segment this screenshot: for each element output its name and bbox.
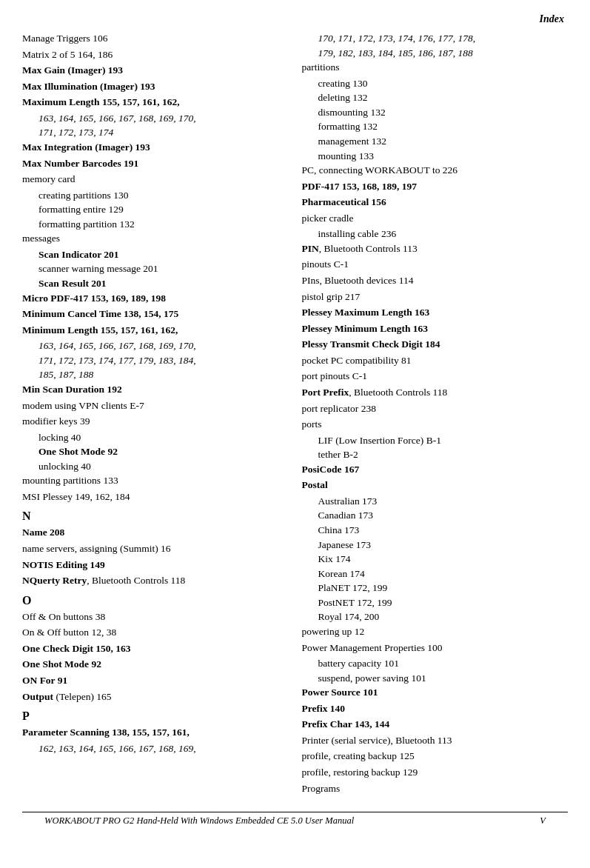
page-footer: WORKABOUT PRO G2 Hand-Held With Windows … [22, 812, 568, 827]
index-sub-entry: 162, 163, 164, 165, 166, 167, 168, 169, [22, 741, 289, 756]
index-entry: modifier keys 39 [22, 414, 289, 429]
index-sub-entry: LIF (Low Insertion Force) B-1 [302, 433, 569, 448]
index-sub-entry: Australian 173 [302, 494, 569, 509]
index-sub-entry: scanner warning message 201 [22, 261, 289, 276]
index-entry: name servers, assigning (Summit) 16 [22, 541, 289, 556]
footer-right-text: V [540, 815, 546, 827]
index-entry: PDF-417 153, 168, 189, 197 [302, 179, 569, 194]
index-entry: port replicator 238 [302, 401, 569, 416]
index-sub-entry: One Shot Mode 92 [22, 444, 289, 459]
section-letter: O [22, 594, 289, 607]
index-sub-entry: Korean 174 [302, 567, 569, 581]
footer-center-text: WORKABOUT PRO G2 Hand-Held With Windows … [44, 815, 354, 827]
index-sub-entry: China 173 [302, 523, 569, 538]
index-entry: One Shot Mode 92 [22, 657, 289, 672]
index-entry: Max Illumination (Imager) 193 [22, 79, 289, 94]
index-entry: Programs [302, 781, 569, 796]
index-entry: modem using VPN clients E-7 [22, 398, 289, 413]
index-sub-entry: PlaNET 172, 199 [302, 581, 569, 595]
left-column: Manage Triggers 106Matrix 2 of 5 164, 18… [22, 31, 289, 797]
index-entry: Manage Triggers 106 [22, 31, 289, 46]
index-entry: Matrix 2 of 5 164, 186 [22, 47, 289, 62]
index-entry: powering up 12 [302, 624, 569, 639]
index-entry: PIN, Bluetooth Controls 113 [302, 241, 569, 256]
index-sub-entry: formatting partition 132 [22, 217, 289, 232]
index-sub-entry: PostNET 172, 199 [302, 595, 569, 610]
index-sub-entry: management 132 [302, 134, 569, 149]
index-entry: Max Gain (Imager) 193 [22, 63, 289, 78]
index-entry: Prefix Char 143, 144 [302, 717, 569, 732]
page-header: Index [22, 13, 568, 25]
index-entry: NOTIS Editing 149 [22, 558, 289, 572]
index-sub-entry: locking 40 [22, 430, 289, 445]
index-sub-entry: creating partitions 130 [22, 188, 289, 203]
index-columns: Manage Triggers 106Matrix 2 of 5 164, 18… [22, 31, 568, 797]
index-entry: Maximum Length 155, 157, 161, 162, [22, 95, 289, 110]
index-sub-entry: unlocking 40 [22, 459, 289, 474]
index-sub-entry: Scan Indicator 201 [22, 247, 289, 262]
index-entry: memory card [22, 172, 289, 187]
index-entry: Parameter Scanning 138, 155, 157, 161, [22, 725, 289, 740]
index-sub-entry: Royal 174, 200 [302, 610, 569, 624]
index-sub-entry: mounting 133 [302, 149, 569, 164]
index-entry: Postal [302, 478, 569, 493]
index-entry: Max Integration (Imager) 193 [22, 140, 289, 155]
index-entry: mounting partitions 133 [22, 473, 289, 488]
index-sub-entry: Scan Result 201 [22, 276, 289, 291]
index-entry: messages [22, 231, 289, 246]
index-entry: Pharmaceutical 156 [302, 195, 569, 210]
index-sub-entry: 171, 172, 173, 174, 177, 179, 183, 184, [22, 353, 289, 368]
index-entry: Prefix 140 [302, 701, 569, 716]
index-entry: On & Off button 12, 38 [22, 625, 289, 640]
index-sub-entry: Canadian 173 [302, 508, 569, 523]
index-entry: picker cradle [302, 211, 569, 226]
index-sub-entry: tether B-2 [302, 447, 569, 462]
header-title: Index [540, 13, 564, 24]
index-entry: NQuerty Retry, Bluetooth Controls 118 [22, 573, 289, 588]
index-entry: Printer (serial service), Bluetooth 113 [302, 733, 569, 748]
index-sub-entry: 163, 164, 165, 166, 167, 168, 169, 170, [22, 111, 289, 126]
index-entry: One Check Digit 150, 163 [22, 641, 289, 656]
index-sub-entry: suspend, power saving 101 [302, 671, 569, 686]
index-sub-entry: installing cable 236 [302, 227, 569, 241]
index-entry: Name 208 [22, 525, 289, 540]
index-sub-entry: creating 130 [302, 76, 569, 91]
index-entry: pocket PC compatibility 81 [302, 353, 569, 368]
index-entry: Power Management Properties 100 [302, 641, 569, 655]
index-entry: Plessey Minimum Length 163 [302, 321, 569, 336]
index-sub-entry: Japanese 173 [302, 538, 569, 552]
index-sub-entry: formatting 132 [302, 119, 569, 134]
index-sub-entry: Kix 174 [302, 552, 569, 567]
page: Index Manage Triggers 106Matrix 2 of 5 1… [0, 0, 590, 868]
section-letter: P [22, 710, 289, 723]
index-entry: PIns, Bluetooth devices 114 [302, 273, 569, 288]
index-sub-entry: 171, 172, 173, 174 [22, 125, 289, 140]
index-sub-entry: 185, 187, 188 [22, 367, 289, 382]
index-entry: Output (Telepen) 165 [22, 690, 289, 704]
right-column: 170, 171, 172, 173, 174, 176, 177, 178,1… [302, 31, 569, 797]
index-entry: Plessey Maximum Length 163 [302, 305, 569, 320]
index-entry: PosiCode 167 [302, 462, 569, 477]
index-entry: ports [302, 417, 569, 432]
index-entry: Minimum Length 155, 157, 161, 162, [22, 323, 289, 338]
index-entry: ON For 91 [22, 673, 289, 688]
index-sub-entry: 163, 164, 165, 166, 167, 168, 169, 170, [22, 338, 289, 353]
index-entry: Minimum Cancel Time 138, 154, 175 [22, 307, 289, 321]
index-entry: profile, creating backup 125 [302, 749, 569, 764]
index-entry: PC, connecting WORKABOUT to 226 [302, 163, 569, 178]
section-letter: N [22, 510, 289, 523]
index-sub-entry: dismounting 132 [302, 105, 569, 120]
index-entry: MSI Plessey 149, 162, 184 [22, 490, 289, 504]
index-sub-entry: formatting entire 129 [22, 202, 289, 217]
index-entry: Micro PDF-417 153, 169, 189, 198 [22, 291, 289, 306]
index-entry: Port Prefix, Bluetooth Controls 118 [302, 385, 569, 400]
index-sub-entry: 170, 171, 172, 173, 174, 176, 177, 178, [302, 31, 569, 46]
index-sub-entry: 179, 182, 183, 184, 185, 186, 187, 188 [302, 46, 569, 61]
index-entry: port pinouts C-1 [302, 369, 569, 384]
index-entry: pinouts C-1 [302, 257, 569, 272]
index-entry: partitions [302, 60, 569, 75]
index-sub-entry: battery capacity 101 [302, 656, 569, 671]
index-entry: Min Scan Duration 192 [22, 382, 289, 397]
index-entry: pistol grip 217 [302, 290, 569, 304]
index-entry: Power Source 101 [302, 685, 569, 700]
